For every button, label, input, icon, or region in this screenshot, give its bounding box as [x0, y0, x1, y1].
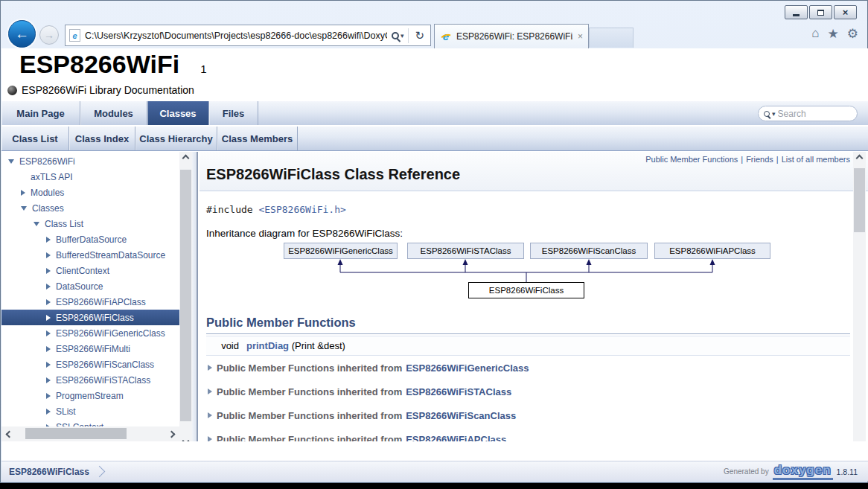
tree-item[interactable]: axTLS API — [1, 169, 179, 185]
address-search-button[interactable]: ▾ — [387, 32, 409, 39]
chevron-right-icon[interactable] — [21, 190, 25, 196]
browser-tab[interactable]: e ESP8266WiFi: ESP8266WiFi... × — [434, 24, 589, 48]
search-icon — [392, 32, 399, 39]
tab-close-icon[interactable]: × — [573, 31, 583, 42]
settings-gear-icon[interactable]: ⚙ — [847, 26, 858, 42]
tree-item[interactable]: ESP8266WiFiGenericClass — [1, 325, 179, 341]
tree-item[interactable]: SList — [1, 403, 179, 419]
chevron-right-icon[interactable] — [46, 252, 51, 258]
tab-class-members[interactable]: Class Members — [217, 127, 298, 150]
browser-toolbar: ← → e ▾ ↻ e ESP8266WiFi: ESP8266WiFi... … — [1, 23, 867, 48]
scroll-up-button[interactable] — [853, 152, 866, 164]
forward-button[interactable]: → — [39, 25, 59, 45]
breadcrumb[interactable]: ESP8266WiFiClass — [9, 467, 89, 477]
favorites-star-icon[interactable]: ★ — [828, 26, 839, 42]
sidebar-vertical-scrollbar[interactable] — [179, 152, 192, 441]
scrollbar-thumb[interactable] — [180, 170, 191, 421]
tree-item[interactable]: BufferDataSource — [1, 231, 179, 247]
chevron-down-icon[interactable] — [21, 206, 27, 211]
tab-class-hierarchy[interactable]: Class Hierarchy — [135, 127, 217, 150]
chevron-right-icon[interactable] — [46, 362, 51, 368]
tree-item[interactable]: ESP8266WiFiMulti — [1, 341, 179, 357]
tab-class-list[interactable]: Class List — [1, 127, 69, 150]
close-button[interactable]: × — [834, 5, 857, 19]
tab-modules[interactable]: Modules — [80, 101, 147, 125]
inherited-class-link[interactable]: ESP8266WiFiGenericClass — [406, 362, 529, 374]
chevron-right-icon[interactable] — [46, 268, 51, 274]
tree-item[interactable]: Classes — [1, 200, 179, 216]
tab-files[interactable]: Files — [209, 101, 258, 125]
chevron-right-icon[interactable] — [46, 299, 51, 305]
summary-link[interactable]: Friends — [746, 155, 773, 164]
chevron-down-icon[interactable]: ▾ — [772, 110, 776, 118]
diagram-parent-node[interactable]: ESP8266WiFiAPClass — [654, 243, 770, 259]
doxygen-logo[interactable]: doxygen — [773, 463, 833, 480]
sidebar-horizontal-scrollbar[interactable] — [1, 426, 179, 441]
inherited-class-link[interactable]: ESP8266WiFiScanClass — [406, 410, 516, 421]
home-icon[interactable]: ⌂ — [811, 26, 819, 42]
tree-item-selected[interactable]: ESP8266WiFiClass — [1, 310, 179, 325]
tree-item[interactable]: ESP8266WiFiSTAClass — [1, 372, 179, 388]
title-bar[interactable]: × — [1, 1, 867, 23]
back-button[interactable]: ← — [8, 20, 36, 48]
chevron-right-icon[interactable] — [46, 377, 51, 383]
scroll-up-button[interactable] — [179, 152, 192, 164]
tree-item[interactable]: Modules — [1, 185, 179, 200]
inherited-class-link[interactable]: ESP8266WiFiSTAClass — [406, 386, 511, 397]
panel-splitter[interactable] — [192, 152, 198, 441]
forward-icon: → — [44, 29, 54, 41]
tree-item[interactable]: ESP8266WiFiScanClass — [1, 357, 179, 372]
address-bar[interactable]: e ▾ ↻ — [65, 25, 431, 46]
url-input[interactable] — [85, 31, 387, 41]
new-tab-area[interactable] — [589, 28, 634, 48]
chevron-right-icon[interactable] — [46, 315, 51, 321]
content-body: #include <ESP8266WiFi.h> Inheritance dia… — [200, 204, 868, 441]
scroll-left-button[interactable] — [3, 427, 16, 441]
tree-item[interactable]: ESP8266WiFi — [1, 153, 179, 169]
diagram-parent-node[interactable]: ESP8266WiFiGenericClass — [284, 243, 398, 259]
diagram-parent-node[interactable]: ESP8266WiFiSTAClass — [407, 243, 524, 259]
restore-button[interactable] — [809, 5, 832, 19]
minimize-button[interactable] — [785, 5, 808, 19]
tree-item[interactable]: DataSource — [1, 278, 179, 294]
inherited-section-toggle[interactable]: Public Member Functions inherited from E… — [206, 356, 850, 380]
page-title: ESP8266WiFi1 — [19, 50, 206, 79]
tree-item[interactable]: ESP8266WiFiAPClass — [1, 294, 179, 310]
scrollbar-thumb[interactable] — [25, 428, 127, 439]
member-function-link[interactable]: printDiag — [246, 340, 289, 351]
include-file-link[interactable]: <ESP8266WiFi.h> — [258, 204, 345, 215]
summary-link[interactable]: List of all members — [782, 155, 850, 164]
chevron-right-icon[interactable] — [46, 237, 51, 243]
refresh-button[interactable]: ↻ — [409, 29, 430, 42]
tab-main-page[interactable]: Main Page — [1, 101, 80, 125]
tree-item[interactable]: BufferedStreamDataSource — [1, 247, 179, 263]
diagram-parent-node[interactable]: ESP8266WiFiScanClass — [530, 243, 648, 259]
chevron-right-icon[interactable] — [46, 284, 51, 290]
tab-class-index[interactable]: Class Index — [69, 127, 135, 150]
chevron-down-icon[interactable] — [8, 159, 14, 164]
chevron-right-icon[interactable] — [46, 346, 51, 352]
summary-link[interactable]: Public Member Functions — [645, 155, 738, 164]
scrollbar-thumb[interactable] — [854, 168, 865, 232]
chevron-right-icon[interactable] — [46, 409, 51, 415]
tab-classes[interactable]: Classes — [147, 101, 209, 125]
inherited-section-toggle[interactable]: Public Member Functions inherited from E… — [206, 427, 850, 441]
scroll-right-button[interactable] — [165, 427, 178, 441]
navigation-tree: ESP8266WiFi axTLS API Modules Classes Cl… — [1, 153, 179, 441]
inherited-class-link[interactable]: ESP8266WiFiAPClass — [406, 434, 506, 442]
chevron-right-icon[interactable] — [46, 393, 51, 399]
doc-search-box[interactable]: ▾ — [758, 106, 858, 121]
tree-item[interactable]: ProgmemStream — [1, 388, 179, 403]
search-icon[interactable] — [764, 111, 770, 117]
breadcrumb-chevron-icon — [94, 466, 106, 478]
content-vertical-scrollbar[interactable] — [853, 152, 866, 441]
chevron-down-icon[interactable] — [33, 222, 39, 226]
inherited-section-toggle[interactable]: Public Member Functions inherited from E… — [206, 403, 850, 427]
tree-item[interactable]: ClientContext — [1, 263, 179, 278]
scroll-down-button[interactable] — [179, 435, 192, 441]
chevron-right-icon[interactable] — [46, 330, 51, 336]
doc-search-input[interactable] — [778, 109, 839, 119]
chevron-right-icon — [208, 365, 212, 371]
tree-item[interactable]: Class List — [1, 216, 179, 231]
inherited-section-toggle[interactable]: Public Member Functions inherited from E… — [206, 380, 850, 403]
